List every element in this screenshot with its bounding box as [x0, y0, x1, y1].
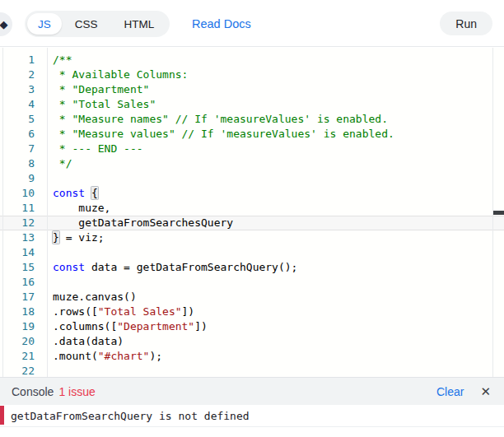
line-number: 16: [0, 275, 35, 290]
line-number: 8: [0, 156, 35, 171]
line-number: 12: [0, 216, 35, 230]
error-severity-bar: [0, 406, 4, 425]
code-line[interactable]: 18.rows(["Total Sales"]): [0, 305, 504, 319]
close-icon[interactable]: ✕: [480, 385, 491, 397]
line-number: 9: [0, 171, 35, 186]
line-number: 21: [0, 349, 35, 364]
line-number: 14: [0, 245, 35, 260]
code-line[interactable]: 21.mount("#chart");: [0, 349, 504, 364]
line-number: 10: [0, 186, 35, 201]
line-number: 22: [0, 364, 35, 377]
chevron-right-icon: ◆: [0, 19, 8, 30]
code-line-text: const {: [53, 186, 98, 201]
code-editor[interactable]: 1/**2 * Available Columns:3 * "Departmen…: [0, 48, 504, 377]
code-line[interactable]: 8 */: [0, 156, 504, 171]
code-line[interactable]: 14: [0, 245, 504, 260]
code-line[interactable]: 7 * --- END ---: [0, 142, 504, 156]
toolbar: ◆ JS CSS HTML Read Docs Run: [0, 0, 504, 47]
code-line-text: .columns(["Department"]): [53, 319, 208, 334]
code-line[interactable]: 9: [0, 171, 504, 186]
code-line-text: getDataFromSearchesQuery: [53, 216, 233, 230]
code-lines: 1/**2 * Available Columns:3 * "Departmen…: [0, 48, 504, 377]
code-line-text: .mount("#chart");: [53, 349, 162, 364]
code-line[interactable]: 19.columns(["Department"]): [0, 319, 504, 334]
line-number: 4: [0, 97, 35, 112]
line-number: 20: [0, 334, 35, 349]
line-number: 6: [0, 127, 35, 142]
gutter-divider: [47, 48, 48, 377]
code-line-text: muze.canvas(): [53, 290, 137, 305]
code-line[interactable]: 10const {: [0, 186, 504, 201]
code-playground: ◆ JS CSS HTML Read Docs Run 1/**2 * Avai…: [0, 0, 504, 437]
code-line-text: * Available Columns:: [53, 67, 188, 82]
code-line-text: * "Department": [53, 82, 149, 97]
console-panel: Console 1 issue Clear ✕ getDataFromSearc…: [0, 377, 504, 427]
code-line[interactable]: 13} = viz;: [0, 230, 504, 245]
code-line-text: * "Measure values" // If 'measureValues'…: [53, 127, 394, 142]
code-line[interactable]: 15const data = getDataFromSearchQuery();: [0, 260, 504, 275]
code-line[interactable]: 16: [0, 275, 504, 290]
code-line-text: } = viz;: [53, 230, 105, 245]
code-line[interactable]: 20.data(data): [0, 334, 504, 349]
code-line-text: /**: [53, 53, 72, 67]
code-line-text: * "Measure names" // If 'measureValues' …: [53, 112, 388, 127]
code-line[interactable]: 3 * "Department": [0, 82, 504, 97]
line-number: 15: [0, 260, 35, 275]
line-number: 3: [0, 82, 35, 97]
collapse-panel-button[interactable]: ◆: [0, 12, 12, 36]
code-line[interactable]: 22: [0, 364, 504, 377]
code-line-text: const data = getDataFromSearchQuery();: [53, 260, 297, 275]
code-line-text: muze,: [53, 201, 110, 216]
code-line[interactable]: 4 * "Total Sales": [0, 97, 504, 112]
code-line-text: * "Total Sales": [53, 97, 156, 112]
code-line[interactable]: 5 * "Measure names" // If 'measureValues…: [0, 112, 504, 127]
console-title: Console: [12, 385, 54, 398]
line-number: 18: [0, 305, 35, 319]
code-line[interactable]: 1/**: [0, 53, 504, 67]
line-number: 2: [0, 67, 35, 82]
line-number: 11: [0, 201, 35, 216]
code-line-text: .data(data): [53, 334, 124, 349]
code-line[interactable]: 17muze.canvas(): [0, 290, 504, 305]
code-line[interactable]: 6 * "Measure values" // If 'measureValue…: [0, 127, 504, 142]
scrollbar-thumb[interactable]: [493, 211, 504, 215]
line-number: 17: [0, 290, 35, 305]
issue-count-badge: 1 issue: [58, 385, 95, 398]
editor-left-border: [2, 48, 3, 377]
code-line-text: .rows(["Total Sales"]): [53, 305, 194, 319]
code-line-text: */: [53, 156, 72, 171]
clear-console-button[interactable]: Clear: [436, 385, 464, 398]
code-line[interactable]: 12 getDataFromSearchesQuery: [0, 216, 504, 230]
line-number: 19: [0, 319, 35, 334]
line-number: 1: [0, 53, 35, 67]
tab-css[interactable]: CSS: [62, 13, 111, 35]
read-docs-link[interactable]: Read Docs: [192, 17, 251, 30]
run-button[interactable]: Run: [440, 12, 492, 35]
line-number: 13: [0, 230, 35, 245]
tab-js[interactable]: JS: [27, 13, 62, 35]
console-error-row: getDataFromSearchQuery is not defined: [0, 405, 504, 427]
code-line[interactable]: 11 muze,: [0, 201, 504, 216]
error-message: getDataFromSearchQuery is not defined: [11, 410, 250, 422]
code-line[interactable]: 2 * Available Columns:: [0, 67, 504, 82]
tab-html[interactable]: HTML: [111, 13, 168, 35]
code-line-text: * --- END ---: [53, 142, 143, 156]
line-number: 7: [0, 142, 35, 156]
line-number: 5: [0, 112, 35, 127]
language-tabs: JS CSS HTML: [25, 11, 170, 37]
console-header: Console 1 issue Clear ✕: [0, 377, 504, 405]
